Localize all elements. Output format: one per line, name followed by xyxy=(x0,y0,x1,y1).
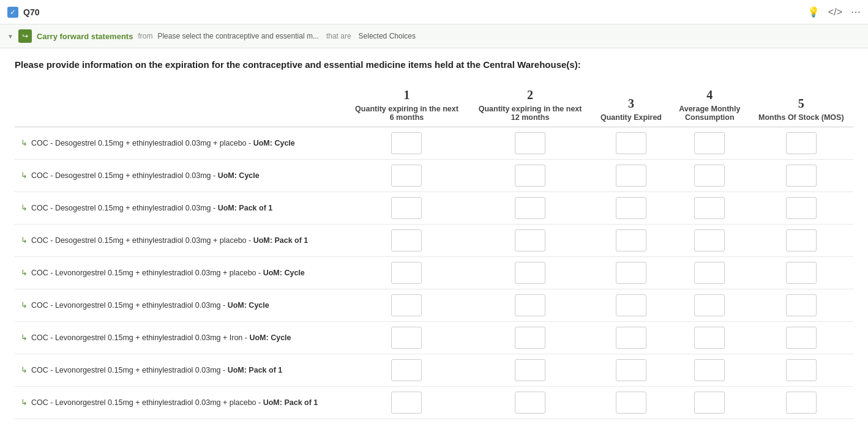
table-row: ↳ ImC - Etonogestrel 68mg x 1 - UoM: Set xyxy=(15,419,853,425)
number-input-row2-col5[interactable] xyxy=(786,197,817,219)
number-input-row1-col3[interactable] xyxy=(616,165,646,187)
input-cell-row9-col3 xyxy=(592,419,670,425)
item-text-6: COC - Levonorgestrel 0.15mg + ethinylest… xyxy=(31,332,291,344)
main-content: Please provide information on the expira… xyxy=(0,48,868,424)
input-cell-row7-col3 xyxy=(592,354,670,387)
input-cell-row6-col2 xyxy=(468,322,592,354)
item-arrow-7: ↳ xyxy=(21,365,28,374)
item-cell-7: ↳ COC - Levonorgestrel 0.15mg + ethinyle… xyxy=(15,354,345,387)
item-text-2: COC - Desogestrel 0.15mg + ethinylestrad… xyxy=(31,203,272,214)
item-arrow-5: ↳ xyxy=(21,300,28,310)
number-input-row1-col4[interactable] xyxy=(694,165,725,187)
number-input-row3-col4[interactable] xyxy=(694,229,725,251)
input-cell-row7-col4 xyxy=(670,354,749,387)
number-input-row1-col5[interactable] xyxy=(786,165,817,187)
table-row: ↳ COC - Desogestrel 0.15mg + ethinylestr… xyxy=(15,192,853,225)
col-number-4: 4 xyxy=(676,88,743,102)
item-text-8: COC - Levonorgestrel 0.15mg + ethinylest… xyxy=(31,397,318,409)
number-input-row6-col2[interactable] xyxy=(515,327,545,349)
number-input-row7-col5[interactable] xyxy=(786,359,817,381)
item-arrow-6: ↳ xyxy=(21,333,28,342)
input-cell-row8-col4 xyxy=(670,387,749,419)
number-input-row4-col3[interactable] xyxy=(616,262,646,284)
number-input-row2-col4[interactable] xyxy=(694,197,725,219)
input-cell-row0-col4 xyxy=(670,127,749,160)
number-input-row6-col5[interactable] xyxy=(786,327,817,349)
number-input-row8-col2[interactable] xyxy=(515,392,545,414)
number-input-row3-col1[interactable] xyxy=(391,229,422,251)
number-input-row5-col2[interactable] xyxy=(515,294,545,316)
item-text-3: COC - Desogestrel 0.15mg + ethinylestrad… xyxy=(31,235,308,247)
number-input-row8-col1[interactable] xyxy=(391,392,422,414)
number-input-row3-col5[interactable] xyxy=(786,229,817,251)
number-input-row4-col1[interactable] xyxy=(391,262,422,284)
table-row: ↳ COC - Levonorgestrel 0.15mg + ethinyle… xyxy=(15,387,853,419)
more-icon[interactable]: ⋯ xyxy=(851,6,861,18)
carry-forward-label[interactable]: Carry forward statements xyxy=(37,32,133,41)
number-input-row5-col3[interactable] xyxy=(616,294,646,316)
number-input-row8-col3[interactable] xyxy=(616,392,646,414)
number-input-row1-col2[interactable] xyxy=(515,165,545,187)
number-input-row6-col4[interactable] xyxy=(694,327,725,349)
input-cell-row1-col1 xyxy=(345,160,469,192)
item-cell-4: ↳ COC - Levonorgestrel 0.15mg + ethinyle… xyxy=(15,257,345,289)
item-text-4: COC - Levonorgestrel 0.15mg + ethinylest… xyxy=(31,267,305,279)
number-input-row7-col4[interactable] xyxy=(694,359,725,381)
input-cell-row6-col5 xyxy=(749,322,853,354)
number-input-row5-col1[interactable] xyxy=(391,294,422,316)
number-input-row2-col2[interactable] xyxy=(515,197,545,219)
number-input-row0-col5[interactable] xyxy=(786,132,817,154)
input-cell-row0-col2 xyxy=(468,127,592,160)
number-input-row4-col2[interactable] xyxy=(515,262,545,284)
input-cell-row3-col2 xyxy=(468,225,592,257)
number-input-row5-col4[interactable] xyxy=(694,294,725,316)
page-id-label: Q70 xyxy=(23,7,39,17)
input-cell-row5-col5 xyxy=(749,289,853,322)
topbar-right: 💡 </> ⋯ xyxy=(807,6,861,18)
input-cell-row8-col5 xyxy=(749,387,853,419)
number-input-row0-col4[interactable] xyxy=(694,132,725,154)
number-input-row2-col3[interactable] xyxy=(616,197,646,219)
input-cell-row9-col4 xyxy=(670,419,749,425)
code-icon[interactable]: </> xyxy=(828,7,842,18)
input-cell-row4-col5 xyxy=(749,257,853,289)
number-input-row4-col4[interactable] xyxy=(694,262,725,284)
number-input-row8-col5[interactable] xyxy=(786,392,817,414)
number-input-row3-col3[interactable] xyxy=(616,229,646,251)
item-arrow-0: ↳ xyxy=(21,138,28,147)
number-input-row3-col2[interactable] xyxy=(515,229,545,251)
input-cell-row5-col4 xyxy=(670,289,749,322)
input-cell-row5-col1 xyxy=(345,289,469,322)
number-input-row2-col1[interactable] xyxy=(391,197,422,219)
number-input-row8-col4[interactable] xyxy=(694,392,725,414)
col-number-5: 5 xyxy=(755,97,847,111)
expand-icon[interactable]: ▼ xyxy=(7,33,13,40)
number-input-row0-col1[interactable] xyxy=(391,132,422,154)
number-input-row1-col1[interactable] xyxy=(391,165,422,187)
input-cell-row0-col5 xyxy=(749,127,853,160)
col-header-5: 5 Months Of Stock (MOS) xyxy=(749,83,853,127)
number-input-row7-col2[interactable] xyxy=(515,359,545,381)
table-row: ↳ COC - Desogestrel 0.15mg + ethinylestr… xyxy=(15,160,853,192)
item-arrow-2: ↳ xyxy=(21,203,28,212)
number-input-row7-col3[interactable] xyxy=(616,359,646,381)
number-input-row6-col3[interactable] xyxy=(616,327,646,349)
number-input-row4-col5[interactable] xyxy=(786,262,817,284)
input-cell-row9-col2 xyxy=(468,419,592,425)
input-cell-row4-col4 xyxy=(670,257,749,289)
carry-forward-icon: ↪ xyxy=(18,29,32,43)
number-input-row5-col5[interactable] xyxy=(786,294,817,316)
topbar-left: ✓ Q70 xyxy=(7,7,39,18)
number-input-row0-col3[interactable] xyxy=(616,132,646,154)
col-header-4: 4 Average MonthlyConsumption xyxy=(670,83,749,127)
item-cell-9: ↳ ImC - Etonogestrel 68mg x 1 - UoM: Set xyxy=(15,419,345,425)
number-input-row7-col1[interactable] xyxy=(391,359,422,381)
input-cell-row5-col2 xyxy=(468,289,592,322)
lightbulb-icon[interactable]: 💡 xyxy=(807,6,820,18)
from-value: Please select the contraceptive and esse… xyxy=(157,32,318,40)
input-cell-row9-col1 xyxy=(345,419,469,425)
col-label-1: Quantity expiring in the next6 months xyxy=(355,105,458,122)
number-input-row0-col2[interactable] xyxy=(515,132,545,154)
col-header-1: 1 Quantity expiring in the next6 months xyxy=(345,83,469,127)
number-input-row6-col1[interactable] xyxy=(391,327,422,349)
